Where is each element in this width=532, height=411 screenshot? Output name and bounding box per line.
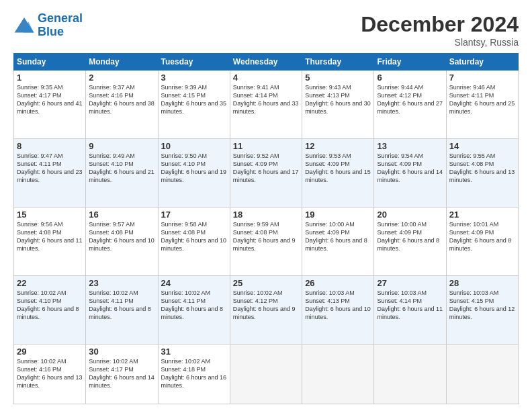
calendar-cell: 9Sunrise: 9:49 AMSunset: 4:10 PMDaylight…	[86, 138, 158, 207]
calendar-cell: 31Sunrise: 10:02 AMSunset: 4:18 PMDaylig…	[158, 344, 230, 404]
calendar-cell: 6Sunrise: 9:44 AMSunset: 4:12 PMDaylight…	[374, 71, 446, 139]
day-info: Sunrise: 10:02 AMSunset: 4:18 PMDaylight…	[161, 357, 227, 390]
day-info: Sunrise: 10:00 AMSunset: 4:09 PMDaylight…	[377, 220, 443, 253]
calendar-cell: 19Sunrise: 10:00 AMSunset: 4:09 PMDaylig…	[302, 207, 374, 275]
calendar-cell: 16Sunrise: 9:57 AMSunset: 4:08 PMDayligh…	[86, 207, 158, 275]
calendar-cell: 22Sunrise: 10:02 AMSunset: 4:10 PMDaylig…	[14, 275, 86, 344]
day-info: Sunrise: 10:03 AMSunset: 4:14 PMDaylight…	[377, 289, 443, 322]
day-info: Sunrise: 9:46 AMSunset: 4:11 PMDaylight:…	[449, 83, 515, 116]
day-info: Sunrise: 10:03 AMSunset: 4:15 PMDaylight…	[449, 289, 515, 322]
calendar-cell	[374, 344, 446, 404]
day-info: Sunrise: 9:53 AMSunset: 4:09 PMDaylight:…	[305, 152, 371, 185]
day-number: 19	[305, 210, 371, 220]
day-info: Sunrise: 9:58 AMSunset: 4:08 PMDaylight:…	[161, 220, 227, 253]
calendar-cell: 23Sunrise: 10:02 AMSunset: 4:11 PMDaylig…	[86, 275, 158, 344]
calendar-cell: 25Sunrise: 10:02 AMSunset: 4:12 PMDaylig…	[230, 275, 302, 344]
logo-icon	[13, 16, 35, 35]
day-info: Sunrise: 9:44 AMSunset: 4:12 PMDaylight:…	[377, 83, 443, 116]
page: General Blue December 2024 Slantsy, Russ…	[0, 0, 532, 411]
day-info: Sunrise: 10:02 AMSunset: 4:16 PMDaylight…	[17, 357, 83, 390]
col-header-wednesday: Wednesday	[230, 54, 302, 71]
calendar-cell: 12Sunrise: 9:53 AMSunset: 4:09 PMDayligh…	[302, 138, 374, 207]
day-number: 5	[305, 73, 371, 83]
title-block: December 2024 Slantsy, Russia	[361, 12, 519, 48]
day-number: 6	[377, 73, 443, 83]
calendar-cell: 17Sunrise: 9:58 AMSunset: 4:08 PMDayligh…	[158, 207, 230, 275]
calendar-cell: 4Sunrise: 9:41 AMSunset: 4:14 PMDaylight…	[230, 71, 302, 139]
day-info: Sunrise: 10:02 AMSunset: 4:11 PMDaylight…	[161, 289, 227, 322]
day-number: 25	[233, 278, 299, 288]
day-number: 21	[449, 210, 515, 220]
day-number: 7	[449, 73, 515, 83]
day-number: 15	[17, 210, 83, 220]
day-number: 11	[233, 141, 299, 151]
col-header-saturday: Saturday	[446, 54, 518, 71]
day-number: 31	[161, 347, 227, 357]
month-title: December 2024	[361, 12, 519, 37]
day-info: Sunrise: 10:00 AMSunset: 4:09 PMDaylight…	[305, 220, 371, 253]
day-info: Sunrise: 9:37 AMSunset: 4:16 PMDaylight:…	[89, 83, 154, 116]
day-number: 24	[161, 278, 227, 288]
col-header-thursday: Thursday	[302, 54, 374, 71]
calendar-cell: 15Sunrise: 9:56 AMSunset: 4:08 PMDayligh…	[14, 207, 86, 275]
day-info: Sunrise: 9:52 AMSunset: 4:09 PMDaylight:…	[233, 152, 299, 185]
day-number: 22	[17, 278, 83, 288]
calendar-cell: 11Sunrise: 9:52 AMSunset: 4:09 PMDayligh…	[230, 138, 302, 207]
calendar-cell: 14Sunrise: 9:55 AMSunset: 4:08 PMDayligh…	[446, 138, 518, 207]
day-info: Sunrise: 10:03 AMSunset: 4:13 PMDaylight…	[305, 289, 371, 322]
day-number: 18	[233, 210, 299, 220]
day-info: Sunrise: 9:41 AMSunset: 4:14 PMDaylight:…	[233, 83, 299, 116]
calendar-cell: 5Sunrise: 9:43 AMSunset: 4:13 PMDaylight…	[302, 71, 374, 139]
day-info: Sunrise: 9:50 AMSunset: 4:10 PMDaylight:…	[161, 152, 227, 185]
day-number: 17	[161, 210, 227, 220]
calendar-cell	[446, 344, 518, 404]
day-info: Sunrise: 10:02 AMSunset: 4:11 PMDaylight…	[89, 289, 154, 322]
day-info: Sunrise: 9:56 AMSunset: 4:08 PMDaylight:…	[17, 220, 83, 253]
day-info: Sunrise: 9:43 AMSunset: 4:13 PMDaylight:…	[305, 83, 371, 116]
day-info: Sunrise: 9:49 AMSunset: 4:10 PMDaylight:…	[89, 152, 154, 185]
calendar-cell: 21Sunrise: 10:01 AMSunset: 4:09 PMDaylig…	[446, 207, 518, 275]
day-number: 4	[233, 73, 299, 83]
calendar-cell: 28Sunrise: 10:03 AMSunset: 4:15 PMDaylig…	[446, 275, 518, 344]
calendar-week-4: 22Sunrise: 10:02 AMSunset: 4:10 PMDaylig…	[14, 275, 519, 344]
day-number: 29	[17, 347, 83, 357]
day-info: Sunrise: 9:39 AMSunset: 4:15 PMDaylight:…	[161, 83, 227, 116]
logo: General Blue	[13, 12, 83, 39]
calendar-cell	[302, 344, 374, 404]
calendar-header-row: SundayMondayTuesdayWednesdayThursdayFrid…	[14, 54, 519, 71]
calendar-cell: 24Sunrise: 10:02 AMSunset: 4:11 PMDaylig…	[158, 275, 230, 344]
calendar-cell: 13Sunrise: 9:54 AMSunset: 4:09 PMDayligh…	[374, 138, 446, 207]
calendar-cell: 1Sunrise: 9:35 AMSunset: 4:17 PMDaylight…	[14, 71, 86, 139]
day-info: Sunrise: 9:59 AMSunset: 4:08 PMDaylight:…	[233, 220, 299, 253]
logo-text: General Blue	[38, 12, 83, 39]
day-number: 14	[449, 141, 515, 151]
day-number: 10	[161, 141, 227, 151]
calendar-cell: 2Sunrise: 9:37 AMSunset: 4:16 PMDaylight…	[86, 71, 158, 139]
calendar-week-5: 29Sunrise: 10:02 AMSunset: 4:16 PMDaylig…	[14, 344, 519, 404]
calendar-cell: 26Sunrise: 10:03 AMSunset: 4:13 PMDaylig…	[302, 275, 374, 344]
day-number: 12	[305, 141, 371, 151]
day-number: 1	[17, 73, 83, 83]
day-info: Sunrise: 9:54 AMSunset: 4:09 PMDaylight:…	[377, 152, 443, 185]
header: General Blue December 2024 Slantsy, Russ…	[13, 12, 519, 48]
calendar-cell	[230, 344, 302, 404]
calendar-cell: 20Sunrise: 10:00 AMSunset: 4:09 PMDaylig…	[374, 207, 446, 275]
col-header-monday: Monday	[86, 54, 158, 71]
day-number: 28	[449, 278, 515, 288]
logo-general: General	[38, 11, 83, 25]
calendar-cell: 29Sunrise: 10:02 AMSunset: 4:16 PMDaylig…	[14, 344, 86, 404]
day-number: 9	[89, 141, 154, 151]
day-number: 30	[89, 347, 154, 357]
calendar-cell: 30Sunrise: 10:02 AMSunset: 4:17 PMDaylig…	[86, 344, 158, 404]
day-info: Sunrise: 10:02 AMSunset: 4:10 PMDaylight…	[17, 289, 83, 322]
calendar-week-1: 1Sunrise: 9:35 AMSunset: 4:17 PMDaylight…	[14, 71, 519, 139]
day-number: 26	[305, 278, 371, 288]
calendar-cell: 10Sunrise: 9:50 AMSunset: 4:10 PMDayligh…	[158, 138, 230, 207]
day-info: Sunrise: 10:01 AMSunset: 4:09 PMDaylight…	[449, 220, 515, 253]
calendar-cell: 27Sunrise: 10:03 AMSunset: 4:14 PMDaylig…	[374, 275, 446, 344]
calendar-week-3: 15Sunrise: 9:56 AMSunset: 4:08 PMDayligh…	[14, 207, 519, 275]
day-number: 2	[89, 73, 154, 83]
day-number: 13	[377, 141, 443, 151]
day-info: Sunrise: 9:57 AMSunset: 4:08 PMDaylight:…	[89, 220, 154, 253]
calendar-cell: 3Sunrise: 9:39 AMSunset: 4:15 PMDaylight…	[158, 71, 230, 139]
